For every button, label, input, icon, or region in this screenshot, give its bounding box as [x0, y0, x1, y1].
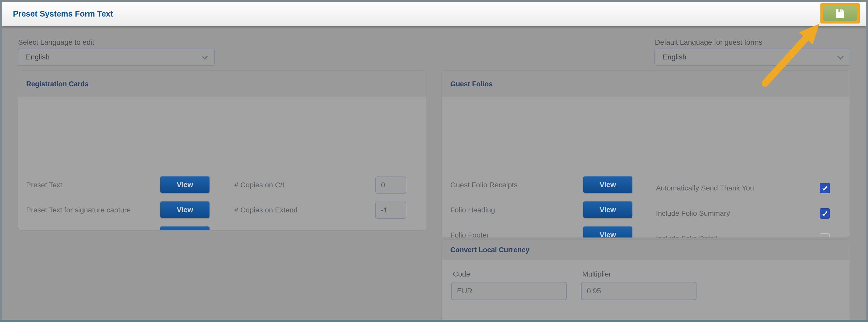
select-language-label: Select Language to edit — [18, 38, 94, 46]
folio-footer-label: Folio Footer — [450, 231, 489, 238]
currency-multiplier-label: Multiplier — [582, 270, 611, 278]
folio-heading-view-button[interactable]: View — [583, 201, 632, 218]
chevron-down-icon — [202, 53, 208, 59]
convert-local-currency-title: Convert Local Currency — [450, 239, 529, 260]
guest-folio-receipts-view-button[interactable]: View — [583, 176, 632, 193]
preset-text-label: Preset Text — [26, 181, 62, 189]
default-language-value: English — [663, 49, 686, 65]
window-frame — [0, 320, 868, 322]
auto-send-thank-you-checkbox[interactable] — [819, 183, 830, 193]
registration-cards-title: Registration Cards — [26, 70, 89, 97]
registration-cards-panel: Registration Cards Preset Text View Pres… — [18, 70, 427, 230]
convert-local-currency-header: Convert Local Currency — [442, 239, 850, 260]
copies-extend-label: # Copies on Extend — [234, 206, 298, 214]
preset-systems-form-screen: Preset Systems Form Text Select Language… — [0, 0, 868, 322]
currency-code-label: Code — [453, 270, 470, 278]
window-frame — [866, 0, 868, 322]
currency-multiplier-input[interactable] — [581, 282, 696, 300]
footer-text-view-button[interactable]: View — [160, 226, 210, 230]
save-floppy-icon — [836, 9, 844, 18]
copies-ci-label: # Copies on C/I — [234, 181, 284, 189]
include-folio-summary-label: Include Folio Summary — [656, 209, 730, 218]
copies-extend-input[interactable] — [375, 201, 406, 219]
guest-folios-title: Guest Folios — [450, 70, 493, 97]
preset-text-signature-label: Preset Text for signature capture — [26, 206, 131, 214]
include-folio-summary-checkbox[interactable] — [819, 208, 830, 219]
auto-send-thank-you-label: Automatically Send Thank You — [656, 184, 754, 192]
guest-folios-panel: Guest Folios Guest Folio Receipts View F… — [441, 70, 850, 238]
include-folio-detail-label: Include Folio Detail — [656, 234, 717, 238]
preset-text-signature-view-button[interactable]: View — [160, 201, 210, 218]
save-button-highlight — [820, 3, 860, 24]
convert-local-currency-panel: Convert Local Currency Code Multiplier — [441, 239, 850, 320]
select-language-dropdown[interactable]: English — [18, 49, 215, 66]
preset-text-view-button[interactable]: View — [160, 176, 210, 193]
default-language-label: Default Language for guest forms — [655, 38, 763, 46]
folio-footer-view-button[interactable]: View — [583, 226, 632, 238]
registration-cards-header: Registration Cards — [18, 70, 427, 97]
guest-folios-header: Guest Folios — [442, 70, 850, 97]
default-language-dropdown[interactable]: English — [654, 49, 850, 66]
guest-folio-receipts-label: Guest Folio Receipts — [450, 181, 518, 189]
save-button[interactable] — [823, 6, 857, 21]
chevron-down-icon — [837, 53, 843, 59]
copies-ci-input[interactable] — [375, 176, 406, 194]
include-folio-detail-checkbox[interactable] — [819, 233, 830, 238]
page-title: Preset Systems Form Text — [13, 2, 113, 26]
select-language-value: English — [26, 49, 50, 65]
window-frame — [0, 0, 2, 322]
folio-heading-label: Folio Heading — [450, 206, 495, 214]
window-frame — [0, 0, 868, 2]
header-bar: Preset Systems Form Text — [2, 2, 866, 26]
currency-code-input[interactable] — [451, 282, 567, 300]
